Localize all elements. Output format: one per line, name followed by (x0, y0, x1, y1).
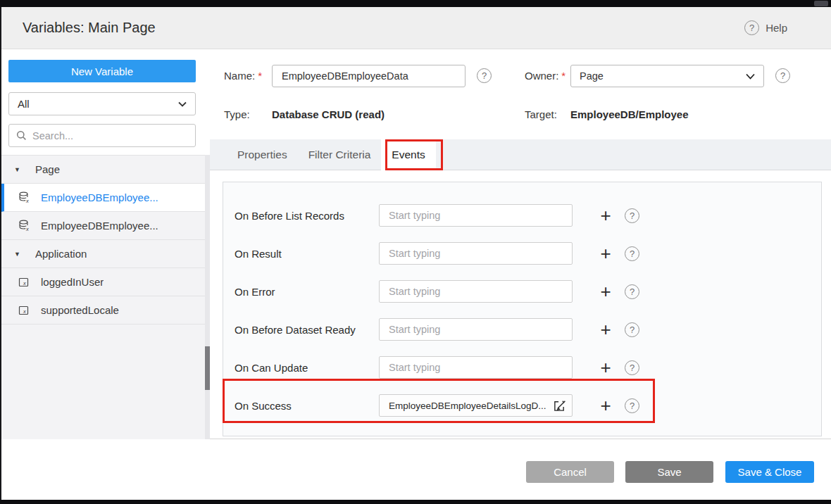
event-handler-input[interactable] (379, 204, 573, 227)
window-top-bar (0, 0, 831, 7)
event-row-on-result: On Result + ? (235, 234, 821, 272)
owner-label: Owner:* (525, 65, 566, 87)
event-label: On Success (235, 400, 379, 412)
cancel-button[interactable]: Cancel (526, 461, 614, 483)
variable-list: ▼ Page x EmployeeDBEmployee... x Employe… (1, 155, 210, 439)
collapse-triangle-icon: ▼ (14, 166, 24, 173)
save-and-close-button[interactable]: Save & Close (725, 461, 814, 483)
owner-select-value: Page (580, 70, 604, 82)
event-row-on-before-list-records: On Before List Records + ? (235, 196, 821, 234)
sidebar-item-label: EmployeeDBEmployee... (41, 191, 158, 203)
database-variable-icon: x (18, 191, 39, 203)
add-handler-button[interactable]: + (598, 358, 613, 377)
add-handler-button[interactable]: + (598, 282, 613, 301)
variable-type-filter-select[interactable]: All (8, 92, 196, 115)
event-help-icon[interactable]: ? (625, 360, 639, 375)
svg-text:x: x (25, 198, 29, 204)
event-label: On Error (235, 286, 379, 298)
svg-text:x: x (23, 308, 26, 315)
search-icon (16, 130, 27, 141)
variable-type-filter-value: All (18, 98, 30, 110)
target-value: EmployeeDB/Employee (570, 107, 689, 122)
svg-text:x: x (23, 280, 26, 286)
window-scrollbar-thumb[interactable] (814, 1, 828, 6)
add-handler-button[interactable]: + (598, 320, 613, 339)
search-input[interactable] (32, 130, 188, 141)
database-variable-icon: x (18, 220, 39, 232)
save-button[interactable]: Save (625, 461, 713, 483)
target-label: Target: (525, 107, 557, 122)
type-label: Type: (224, 107, 250, 122)
chevron-down-icon (746, 73, 755, 80)
section-label: Page (35, 163, 60, 175)
variable-search (8, 124, 196, 147)
collapse-triangle-icon: ▼ (14, 251, 24, 258)
event-handler-input[interactable] (379, 318, 573, 341)
form-row-type-target: Type: Database CRUD (read) Target: Emplo… (210, 107, 831, 122)
edit-handler-icon[interactable] (553, 399, 566, 412)
event-row-on-success: On Success EmployeeDBEmployeeDetailsLogD… (235, 386, 821, 424)
type-value: Database CRUD (read) (272, 107, 385, 122)
variables-sidebar: New Variable All ▼ Page x EmployeeDBEmpl (1, 49, 210, 439)
event-help-icon[interactable]: ? (625, 208, 639, 223)
add-handler-button[interactable]: + (598, 244, 613, 263)
add-handler-button[interactable]: + (598, 206, 613, 225)
section-label: Application (35, 248, 87, 260)
detail-tabbar: Properties Filter Criteria Events (210, 139, 831, 170)
sidebar-section-application[interactable]: ▼ Application (1, 240, 210, 268)
event-handler-input[interactable] (379, 356, 573, 379)
page-title: Variables: Main Page (23, 20, 156, 36)
help-icon: ? (744, 20, 759, 35)
sidebar-item-supportedlocale[interactable]: x supportedLocale (1, 296, 210, 325)
svg-text:x: x (25, 226, 29, 232)
event-handler-input[interactable] (379, 280, 573, 303)
owner-select[interactable]: Page (570, 65, 764, 87)
required-asterisk: * (561, 70, 566, 82)
help-button[interactable]: ? Help (744, 20, 787, 35)
model-variable-icon: x (18, 277, 39, 288)
event-help-icon[interactable]: ? (625, 284, 639, 299)
required-asterisk: * (258, 70, 262, 82)
chevron-down-icon (178, 101, 187, 107)
name-help-icon[interactable]: ? (477, 68, 492, 83)
event-row-on-before-dataset-ready: On Before Dataset Ready + ? (235, 310, 821, 348)
sidebar-item-employeedbemployeedata[interactable]: x EmployeeDBEmployee... (1, 184, 210, 212)
variables-dialog: Variables: Main Page ? Help New Variable… (0, 0, 831, 504)
event-handler-input[interactable] (379, 242, 573, 265)
new-variable-button[interactable]: New Variable (8, 60, 196, 82)
variable-name-input[interactable] (272, 65, 466, 87)
tab-filter-criteria[interactable]: Filter Criteria (298, 139, 382, 170)
owner-help-icon[interactable]: ? (775, 68, 790, 83)
model-variable-icon: x (18, 305, 39, 316)
dialog-footer: Cancel Save Save & Close (1, 440, 831, 500)
sidebar-scrollbar-track[interactable] (205, 155, 210, 439)
sidebar-item-label: supportedLocale (41, 304, 119, 316)
event-label: On Result (235, 248, 379, 260)
dialog-header: Variables: Main Page ? Help (1, 7, 831, 49)
sidebar-section-page[interactable]: ▼ Page (1, 156, 210, 184)
event-row-on-error: On Error + ? (235, 272, 821, 310)
sidebar-scrollbar-thumb[interactable] (205, 346, 210, 390)
event-help-icon[interactable]: ? (625, 322, 639, 337)
tab-events[interactable]: Events (381, 139, 435, 170)
event-label: On Can Update (235, 362, 379, 374)
event-help-icon[interactable]: ? (625, 246, 639, 261)
window-bottom-bar (0, 500, 831, 504)
event-label: On Before Dataset Ready (235, 324, 379, 336)
form-row-name-owner: Name:* ? Owner:* Page ? (210, 65, 831, 87)
name-label: Name:* (224, 65, 262, 87)
events-panel: On Before List Records + ? On Result + ?… (223, 182, 822, 436)
help-label: Help (766, 22, 787, 34)
event-handler-value-on-success[interactable]: EmployeeDBEmployeeDetailsLogD... (379, 394, 573, 417)
event-help-icon[interactable]: ? (625, 398, 639, 413)
event-row-on-can-update: On Can Update + ? (235, 348, 821, 386)
sidebar-item-label: EmployeeDBEmployee... (41, 220, 158, 232)
variable-detail-panel: Name:* ? Owner:* Page ? Type: Database C… (210, 49, 831, 439)
add-handler-button[interactable]: + (598, 396, 613, 415)
tab-properties[interactable]: Properties (227, 139, 298, 170)
sidebar-item-loggedinuser[interactable]: x loggedInUser (1, 268, 210, 296)
event-label: On Before List Records (235, 210, 379, 222)
sidebar-item-employeedbemployee2[interactable]: x EmployeeDBEmployee... (1, 212, 210, 240)
sidebar-item-label: loggedInUser (41, 276, 104, 288)
event-handler-value-text: EmployeeDBEmployeeDetailsLogD... (389, 401, 549, 411)
